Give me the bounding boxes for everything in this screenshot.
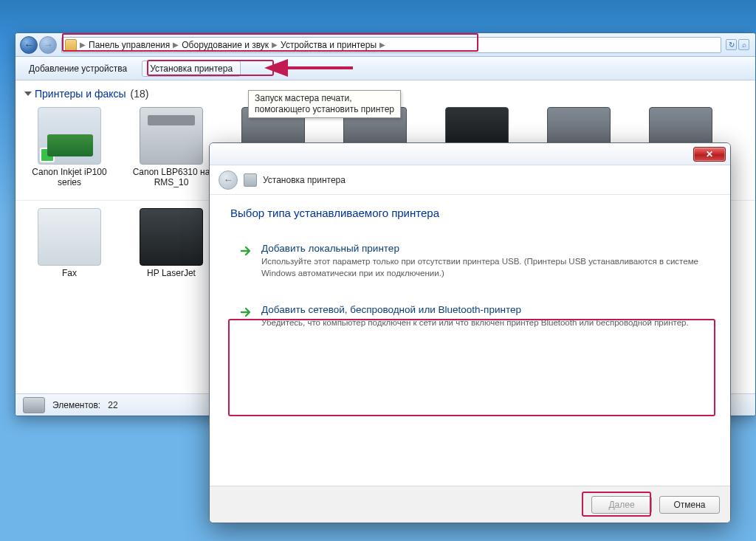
close-button[interactable]: ✕ bbox=[693, 147, 726, 162]
option-desc: Используйте этот параметр только при отс… bbox=[261, 256, 701, 279]
collapse-icon bbox=[24, 92, 32, 96]
tooltip-line: помогающего установить принтер bbox=[255, 104, 394, 115]
device-item[interactable]: Fax bbox=[26, 208, 113, 279]
section-count: (18) bbox=[131, 88, 149, 100]
device-label: Fax bbox=[62, 269, 77, 279]
arrow-right-icon bbox=[239, 244, 252, 258]
printer-icon bbox=[244, 173, 257, 187]
status-label: Элементов: bbox=[52, 400, 100, 410]
wizard-heading: Выбор типа устанавливаемого принтера bbox=[230, 207, 709, 219]
printer-icon bbox=[38, 107, 101, 165]
printer-icon bbox=[140, 107, 203, 165]
toolbar: Добавление устройства Установка принтера bbox=[16, 57, 755, 80]
fax-icon bbox=[38, 208, 101, 266]
device-label: HP LaserJet bbox=[147, 269, 196, 279]
default-badge-icon bbox=[40, 148, 55, 162]
tooltip-line: Запуск мастера печати, bbox=[255, 93, 394, 104]
annotation-highlight bbox=[582, 492, 651, 517]
annotation-highlight bbox=[62, 33, 478, 52]
search-icon[interactable]: ⌕ bbox=[738, 39, 749, 50]
close-icon: ✕ bbox=[706, 149, 713, 159]
annotation-highlight bbox=[228, 319, 715, 416]
device-item[interactable]: HP LaserJet bbox=[128, 208, 215, 279]
nav-forward-button[interactable]: → bbox=[39, 36, 57, 54]
wizard-title: Установка принтера bbox=[263, 175, 346, 185]
cancel-button[interactable]: Отмена bbox=[659, 496, 720, 514]
wizard-footer: Далее Отмена bbox=[210, 486, 730, 523]
status-value: 22 bbox=[108, 400, 117, 410]
device-item[interactable]: Canon Inkjet iP100 series bbox=[26, 107, 113, 188]
arrow-left-icon: ← bbox=[224, 174, 233, 185]
wizard-back-button[interactable]: ← bbox=[219, 170, 238, 190]
device-item[interactable]: Canon LBP6310 на RMS_10 bbox=[128, 107, 215, 188]
annotation-highlight bbox=[147, 60, 274, 76]
add-device-button[interactable]: Добавление устройства bbox=[21, 61, 134, 76]
status-thumb-icon bbox=[23, 397, 45, 413]
option-title: Добавить локальный принтер bbox=[261, 243, 701, 254]
device-label: Canon Inkjet iP100 series bbox=[26, 168, 113, 188]
wizard-titlebar: ✕ bbox=[210, 143, 730, 165]
wizard-header: ← Установка принтера bbox=[210, 165, 730, 195]
option-title: Добавить сетевой, беспроводной или Bluet… bbox=[261, 304, 689, 315]
device-label: Canon LBP6310 на RMS_10 bbox=[128, 168, 215, 188]
section-title: Принтеры и факсы bbox=[35, 88, 126, 100]
refresh-icon[interactable]: ↻ bbox=[726, 39, 737, 50]
printer-icon bbox=[140, 208, 203, 266]
tooltip: Запуск мастера печати, помогающего устан… bbox=[248, 90, 401, 118]
nav-back-button[interactable]: ← bbox=[20, 36, 38, 54]
wizard-option-local[interactable]: Добавить локальный принтер Используйте э… bbox=[230, 235, 709, 288]
arrow-right-icon bbox=[239, 306, 252, 319]
